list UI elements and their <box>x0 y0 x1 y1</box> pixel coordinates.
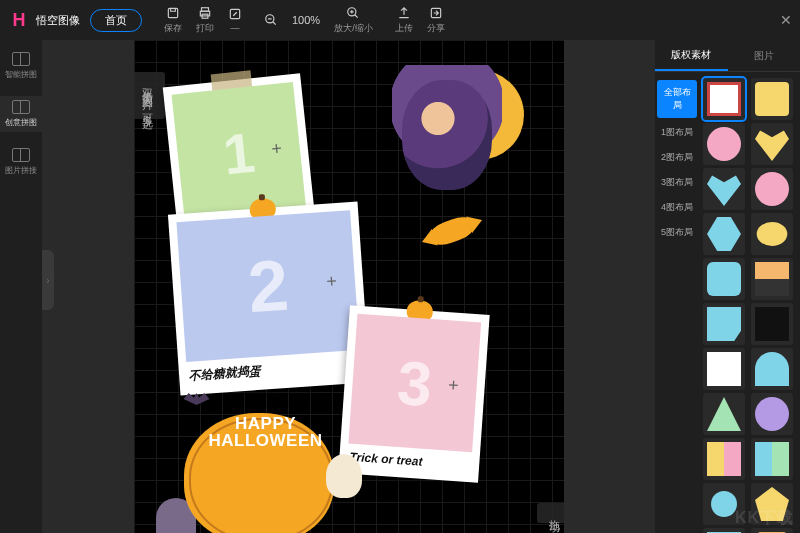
template-thumb[interactable] <box>751 438 793 480</box>
template-icon <box>12 100 30 114</box>
zoom-in-icon <box>346 6 360 20</box>
svg-rect-0 <box>168 8 177 17</box>
template-thumb[interactable] <box>703 78 745 120</box>
app-logo-icon: H <box>8 9 30 31</box>
template-thumb[interactable] <box>703 348 745 390</box>
sidebar-item-smart-collage[interactable]: 智能拼图 <box>0 48 42 84</box>
share-icon <box>429 6 443 20</box>
template-thumb[interactable] <box>751 123 793 165</box>
upload-icon <box>397 6 411 20</box>
zoom-out-button[interactable] <box>264 13 278 27</box>
template-thumb[interactable] <box>703 168 745 210</box>
home-button[interactable]: 首页 <box>90 9 142 32</box>
template-thumb[interactable] <box>751 213 793 255</box>
template-thumb[interactable] <box>751 78 793 120</box>
template-thumb[interactable] <box>703 303 745 345</box>
top-toolbar: H 悟空图像 首页 保存 打印 — 100% 放大/缩小 上传 <box>0 0 800 40</box>
witch-decoration <box>382 60 512 210</box>
grid-icon <box>12 52 30 66</box>
template-thumb[interactable] <box>703 528 745 533</box>
candy-decoration <box>427 213 476 249</box>
template-thumb[interactable] <box>703 438 745 480</box>
photo-slot-2[interactable]: 2+ 不给糖就捣蛋 <box>167 202 369 396</box>
upload-button[interactable]: 上传 <box>395 6 413 35</box>
template-thumb[interactable] <box>703 213 745 255</box>
template-thumb[interactable] <box>751 303 793 345</box>
sidebar-item-creative-collage[interactable]: 创意拼图 <box>0 96 42 132</box>
cat-2[interactable]: 2图布局 <box>655 145 699 170</box>
cat-4[interactable]: 4图布局 <box>655 195 699 220</box>
cat-all[interactable]: 全部布局 <box>657 80 697 118</box>
template-grid <box>699 72 800 533</box>
close-button[interactable]: ✕ <box>780 12 792 28</box>
hint-insert: 双击插入图片，可多选 <box>134 72 165 119</box>
cat-3[interactable]: 3图布局 <box>655 170 699 195</box>
share-button[interactable]: 分享 <box>427 6 445 35</box>
cat-1[interactable]: 1图布局 <box>655 120 699 145</box>
edit-button[interactable]: — <box>228 7 242 33</box>
template-thumb[interactable] <box>751 348 793 390</box>
template-thumb[interactable] <box>751 528 793 533</box>
right-panel: 版权素材 图片 全部布局 1图布局 2图布局 3图布局 4图布局 5图布局 <box>655 40 800 533</box>
left-sidebar: 智能拼图 创意拼图 图片拼接 <box>0 40 42 533</box>
canvas-area: › 双击插入图片，可多选 拖动 1+ 2+ 不给糖就捣蛋 3+ <box>42 40 655 533</box>
edit-icon <box>228 7 242 21</box>
hint-drag: 拖动 <box>537 503 564 523</box>
template-thumb[interactable] <box>751 393 793 435</box>
zoom-in-button[interactable]: 放大/缩小 <box>334 6 373 35</box>
cat-5[interactable]: 5图布局 <box>655 220 699 245</box>
expand-handle[interactable]: › <box>42 250 54 310</box>
layout-categories: 全部布局 1图布局 2图布局 3图布局 4图布局 5图布局 <box>655 72 699 533</box>
zoom-out-icon <box>264 13 278 27</box>
template-thumb[interactable] <box>751 168 793 210</box>
add-icon: + <box>447 375 459 397</box>
tab-materials[interactable]: 版权素材 <box>655 40 728 71</box>
save-button[interactable]: 保存 <box>164 6 182 35</box>
zoom-level: 100% <box>292 14 320 26</box>
halloween-decoration: HAPPYHALLOWEEN <box>154 373 374 533</box>
template-thumb[interactable] <box>703 123 745 165</box>
template-thumb[interactable] <box>703 393 745 435</box>
tab-images[interactable]: 图片 <box>728 40 801 71</box>
print-icon <box>198 6 212 20</box>
print-button[interactable]: 打印 <box>196 6 214 35</box>
template-thumb[interactable] <box>703 258 745 300</box>
design-canvas[interactable]: 双击插入图片，可多选 拖动 1+ 2+ 不给糖就捣蛋 3+ Trick or t… <box>134 40 564 533</box>
add-icon: + <box>270 138 283 160</box>
add-icon: + <box>325 271 337 293</box>
app-title: 悟空图像 <box>36 13 80 28</box>
stitch-icon <box>12 148 30 162</box>
sidebar-item-image-stitch[interactable]: 图片拼接 <box>0 144 42 180</box>
template-thumb[interactable] <box>703 483 745 525</box>
template-thumb[interactable] <box>751 258 793 300</box>
template-thumb[interactable] <box>751 483 793 525</box>
save-icon <box>166 6 180 20</box>
